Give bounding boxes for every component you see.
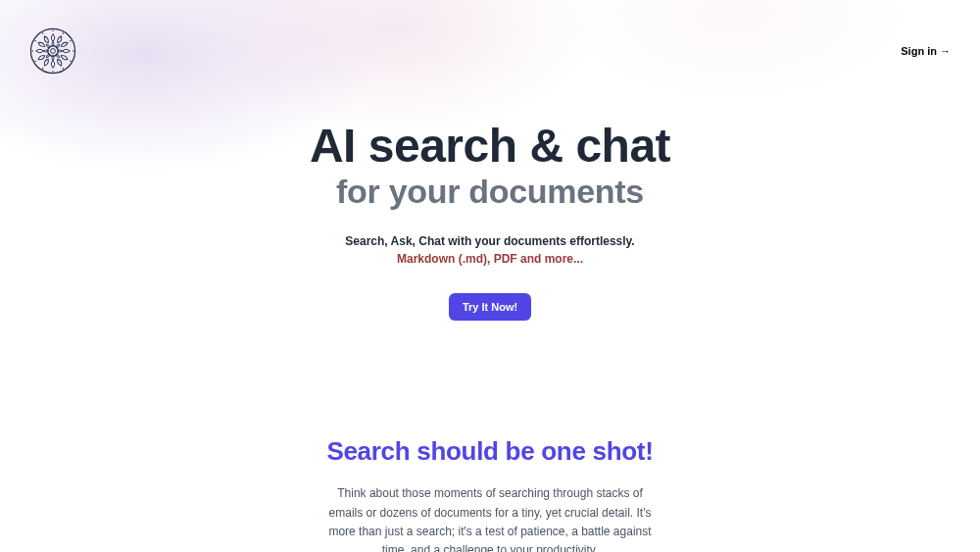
hero-tagline: Search, Ask, Chat with your documents ef…: [0, 234, 980, 248]
try-it-now-button[interactable]: Try It Now!: [449, 293, 531, 321]
sign-in-link[interactable]: Sign in →: [901, 45, 951, 57]
svg-point-2: [51, 49, 56, 54]
svg-point-14: [42, 32, 44, 34]
svg-point-10: [42, 68, 44, 70]
value-prop-section: Search should be one shot! Think about t…: [196, 321, 784, 552]
svg-point-13: [34, 40, 36, 42]
header: Sign in →: [0, 0, 980, 75]
svg-point-6: [73, 50, 74, 51]
svg-point-4: [62, 32, 64, 34]
svg-point-0: [30, 28, 74, 73]
svg-point-12: [32, 50, 33, 51]
svg-point-8: [62, 68, 64, 70]
svg-point-7: [70, 60, 72, 62]
hero-section: AI search & chat for your documents Sear…: [0, 75, 980, 321]
section-paragraph-1: Think about those moments of searching t…: [323, 484, 657, 552]
svg-point-11: [34, 60, 36, 62]
svg-point-9: [52, 71, 53, 72]
svg-point-5: [70, 40, 72, 42]
section-title: Search should be one shot!: [196, 436, 784, 467]
hero-title: AI search & chat: [0, 122, 980, 171]
hero-subtitle: for your documents: [0, 173, 980, 211]
hero-formats: Markdown (.md), PDF and more...: [0, 252, 980, 266]
svg-point-3: [52, 30, 53, 31]
logo-icon[interactable]: [29, 27, 76, 75]
